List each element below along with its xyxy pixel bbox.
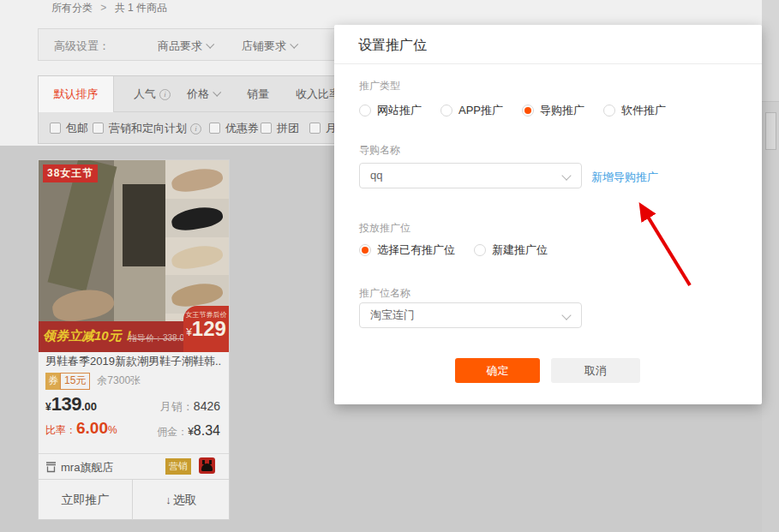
arrow-down-icon: ↓ xyxy=(165,493,171,506)
currency-symbol: ¥ xyxy=(186,326,192,338)
radio-button-icon[interactable] xyxy=(474,244,486,256)
rate-row: 比率：6.00% 佣金：¥8.34 xyxy=(45,419,222,439)
promo-position-modal: 设置推广位 推广类型 网站推广 APP推广 导购推广 软件推广 导购名称 qq … xyxy=(334,25,762,404)
radio-existing-position[interactable]: 选择已有推广位 xyxy=(359,242,455,258)
product-card: 38女王节 领券立减10元！ 指导价：338.00 女王节券后价 ¥129 男鞋… xyxy=(38,159,230,520)
photo-background xyxy=(123,184,165,266)
filter-coupon[interactable]: 优惠券 xyxy=(209,121,259,136)
currency-symbol: ¥ xyxy=(45,401,51,413)
rate-label: 比率： xyxy=(45,424,76,436)
product-requirements-dropdown[interactable]: 商品要求 xyxy=(158,39,213,54)
radio-button-icon[interactable] xyxy=(522,105,534,117)
modal-header: 设置推广位 xyxy=(334,25,762,64)
filter-free-shipping[interactable]: 包邮 xyxy=(50,121,88,136)
promo-position-select[interactable]: 淘宝连门 xyxy=(359,302,582,328)
position-name-label: 推广位名称 xyxy=(359,286,410,301)
tab-default-sort[interactable]: 默认排序 xyxy=(39,76,114,112)
guide-name-label: 导购名称 xyxy=(359,143,400,158)
tab-popularity[interactable]: 人气i xyxy=(134,76,171,112)
shop-row: mra旗舰店 营销 xyxy=(39,453,229,479)
checkbox-icon[interactable] xyxy=(209,123,220,134)
info-icon: i xyxy=(190,123,201,134)
checkbox-icon[interactable] xyxy=(309,123,321,134)
chevron-down-icon xyxy=(290,40,298,49)
coupon-value: 15元 xyxy=(60,373,90,390)
page-edge-remnant xyxy=(765,112,776,150)
filter-group-buy[interactable]: 拼团 xyxy=(261,121,299,136)
filter-marketing-plan[interactable]: 营销和定向计划i xyxy=(93,121,201,136)
coupon-promo-text: 领券立减10元！ xyxy=(43,328,135,344)
checkbox-icon[interactable] xyxy=(93,123,104,134)
promo-price-box: 女王节券后价 ¥129 xyxy=(183,306,229,352)
radio-button-icon[interactable] xyxy=(603,105,615,117)
coupon-stock: 余7300张 xyxy=(97,374,141,386)
page-edge-remnant xyxy=(762,0,779,532)
radio-guide-promo[interactable]: 导购推广 xyxy=(522,103,584,118)
shop-icon xyxy=(45,462,57,475)
price-decimal: .00 xyxy=(81,400,97,413)
product-image[interactable]: 38女王节 领券立减10元！ 指导价：338.00 女王节券后价 ¥129 xyxy=(39,160,229,352)
placement-options: 选择已有推广位 新建推广位 xyxy=(359,242,548,258)
breadcrumb-category[interactable]: 所有分类 xyxy=(51,2,93,14)
price-row: ¥139.00 月销：8426 xyxy=(45,393,222,415)
radio-software-promo[interactable]: 软件推广 xyxy=(603,103,666,118)
marketing-badge: 营销 xyxy=(165,458,191,475)
confirm-button[interactable]: 确定 xyxy=(455,358,540,383)
radio-button-icon[interactable] xyxy=(359,105,371,117)
placement-label: 投放推广位 xyxy=(359,221,410,236)
page: 所有分类 > 共 1 件商品 高级设置： 商品要求 店铺要求 默认排序 人气i … xyxy=(0,0,779,532)
radio-website-promo[interactable]: 网站推广 xyxy=(359,103,422,118)
page-edge-remnant xyxy=(762,0,779,102)
guide-price-strikethrough: 指导价：338.00 xyxy=(129,332,189,344)
breadcrumb: 所有分类 > 共 1 件商品 xyxy=(51,1,167,15)
chevron-down-icon xyxy=(206,40,214,49)
tab-sales[interactable]: 销量 xyxy=(247,76,269,112)
commission: 佣金：¥8.34 xyxy=(157,423,220,439)
promo-badge: 38女王节 xyxy=(43,164,98,182)
breadcrumb-count: 共 1 件商品 xyxy=(115,2,167,14)
pick-button[interactable]: ↓选取 xyxy=(134,480,229,520)
promote-now-button[interactable]: 立即推广 xyxy=(39,480,133,520)
add-guide-promo-link[interactable]: 新增导购推广 xyxy=(591,170,658,185)
coupon-tag: 券 xyxy=(45,373,61,390)
radio-button-icon[interactable] xyxy=(440,105,452,117)
advanced-settings-label: 高级设置： xyxy=(54,39,110,54)
guide-name-select[interactable]: qq xyxy=(359,163,582,188)
promo-price-value: 129 xyxy=(192,317,226,340)
chevron-down-icon xyxy=(213,88,221,97)
card-action-row: 立即推广 ↓选取 xyxy=(39,479,229,519)
modal-title: 设置推广位 xyxy=(358,37,427,55)
info-icon: i xyxy=(159,89,171,100)
radio-app-promo[interactable]: APP推广 xyxy=(440,103,503,118)
tab-price[interactable]: 价格 xyxy=(187,76,219,112)
shop-requirements-dropdown[interactable]: 店铺要求 xyxy=(242,39,297,54)
shop-name[interactable]: mra旗舰店 xyxy=(45,460,113,475)
cancel-button[interactable]: 取消 xyxy=(551,358,640,383)
product-title[interactable]: 男鞋春季2019新款潮男鞋子潮鞋韩... xyxy=(45,354,222,369)
checkbox-icon[interactable] xyxy=(261,123,272,134)
photo-background xyxy=(51,285,117,325)
price-integer: 139 xyxy=(51,393,81,415)
radio-new-position[interactable]: 新建推广位 xyxy=(474,242,548,258)
breadcrumb-separator-icon: > xyxy=(100,2,106,14)
tmall-icon xyxy=(199,457,215,474)
monthly-sales: 月销：8426 xyxy=(160,399,220,415)
promo-type-options: 网站推广 APP推广 导购推广 软件推广 xyxy=(359,103,666,118)
rate-value: 6.00 xyxy=(76,419,108,437)
radio-button-icon[interactable] xyxy=(359,244,371,256)
promo-type-label: 推广类型 xyxy=(359,79,400,93)
rate-unit: % xyxy=(108,424,117,436)
coupon-chip: 券15元余7300张 xyxy=(45,373,141,389)
checkbox-icon[interactable] xyxy=(50,123,61,134)
